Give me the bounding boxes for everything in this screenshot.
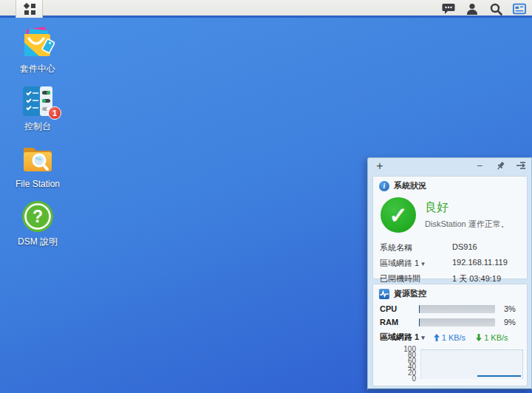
ram-meter-row: RAM 9% [373, 315, 527, 329]
cpu-meter-row: CPU 3% [373, 302, 527, 315]
resource-monitor-icon [379, 289, 389, 299]
desktop-icon-label: DSM 說明 [9, 236, 66, 247]
ram-percent-value: 9% [504, 318, 516, 327]
system-name-label: 系統名稱 [380, 242, 452, 253]
chevron-down-icon[interactable]: ▾ [421, 260, 425, 267]
add-widget-button[interactable]: + [374, 159, 386, 174]
resource-monitor-widget: 資源監控 CPU 3% RAM 9% 區域網路 1▾ 1 KB/s 1 [372, 284, 528, 386]
ram-meter-track [419, 318, 495, 327]
network-row: 區域網路 1▾ 1 KB/s 1 KB/s [373, 329, 527, 344]
package-center-icon [20, 27, 55, 61]
desktop-icon-column: 套件中心 1 控制台 [9, 27, 66, 257]
uptime-value: 1 天 03:49:19 [452, 273, 501, 284]
desktop-icon-label: 套件中心 [9, 64, 66, 74]
system-health-widget: i 系統狀況 ✓ 良好 DiskStation 運作正常。 系統名稱 DS916… [372, 176, 528, 279]
minimize-panel-button[interactable]: − [474, 160, 485, 171]
desktop-icon-file-station[interactable]: File Station [9, 142, 66, 189]
health-ok-icon: ✓ [381, 197, 416, 233]
cpu-meter-track [419, 305, 495, 313]
widgets-toggle-icon[interactable] [513, 2, 526, 16]
lan-label[interactable]: 區域網路 1▾ [380, 258, 452, 269]
utilization-chart: 100 80 60 40 20 0 [373, 346, 527, 382]
upload-arrow-icon [434, 334, 440, 341]
chart-plot-area [420, 349, 523, 379]
system-health-title: 系統狀況 [394, 180, 426, 191]
chevron-down-icon[interactable]: ▾ [421, 334, 425, 341]
dsm-help-icon: ? [20, 199, 55, 233]
ram-meter-fill [419, 318, 420, 327]
system-name-value: DS916 [452, 242, 477, 253]
desktop-icon-label: 控制台 [9, 121, 66, 131]
ram-label: RAM [380, 318, 419, 327]
download-arrow-icon [476, 334, 482, 341]
health-status-detail: DiskStation 運作正常。 [425, 219, 509, 230]
resource-monitor-title: 資源監控 [394, 288, 426, 299]
desktop-icon-package-center[interactable]: 套件中心 [9, 27, 66, 74]
health-status-text: 良好 [425, 200, 509, 216]
cpu-meter-fill [419, 305, 420, 313]
network-download: 1 KB/s [476, 333, 508, 342]
uptime-label: 已開機時間 [380, 273, 452, 284]
main-menu-icon [24, 3, 35, 15]
lan-ip-value: 192.168.11.119 [452, 258, 508, 269]
system-name-row: 系統名稱 DS916 [373, 240, 527, 256]
control-panel-badge: 1 [48, 106, 61, 120]
info-icon: i [379, 181, 389, 191]
dock-panel-icon[interactable] [515, 160, 527, 171]
svg-text:?: ? [33, 207, 43, 226]
main-menu-button[interactable] [16, 0, 43, 18]
widget-panel: + − [367, 157, 532, 390]
y-tick: 0 [394, 376, 416, 382]
desktop-icon-control-panel[interactable]: 1 控制台 [9, 84, 66, 131]
top-bar [0, 0, 532, 18]
widget-panel-header: + − [368, 158, 531, 175]
control-panel-icon: 1 [20, 84, 55, 118]
network-label[interactable]: 區域網路 1▾ [380, 332, 425, 343]
topbar-icon-group [442, 0, 526, 18]
network-upload: 1 KB/s [434, 333, 466, 342]
desktop-icon-dsm-help[interactable]: ? DSM 說明 [9, 199, 66, 247]
cpu-percent-value: 3% [504, 304, 516, 313]
lan-row: 區域網路 1▾ 192.168.11.119 [373, 256, 527, 271]
desktop-icon-label: File Station [9, 179, 66, 189]
notifications-icon[interactable] [442, 2, 455, 16]
search-icon[interactable] [489, 2, 502, 16]
pin-panel-icon[interactable] [494, 160, 506, 171]
user-account-icon[interactable] [466, 2, 479, 16]
file-station-icon [20, 142, 55, 176]
chart-data-line [477, 375, 521, 377]
cpu-label: CPU [380, 304, 419, 313]
